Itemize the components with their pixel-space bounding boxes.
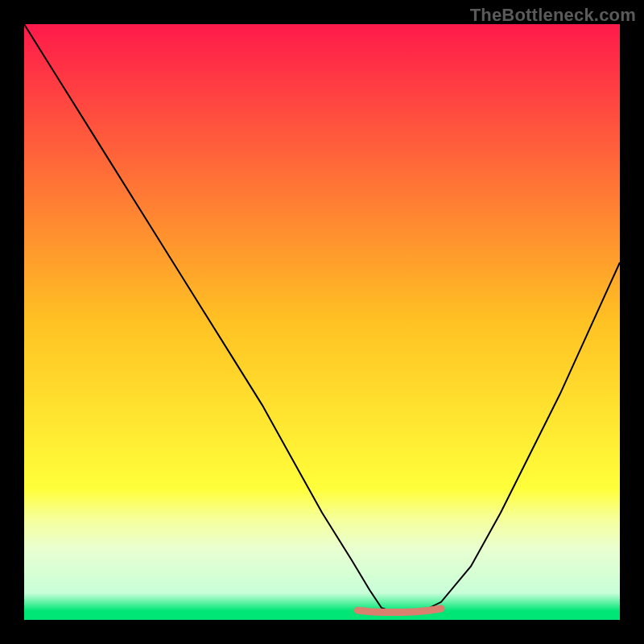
watermark-text: TheBottleneck.com xyxy=(470,5,636,26)
gradient-background xyxy=(24,24,620,620)
optimal-zone-marker xyxy=(357,609,441,612)
chart-frame: TheBottleneck.com xyxy=(0,0,644,644)
bottleneck-chart xyxy=(24,24,620,620)
plot-area xyxy=(24,24,620,620)
